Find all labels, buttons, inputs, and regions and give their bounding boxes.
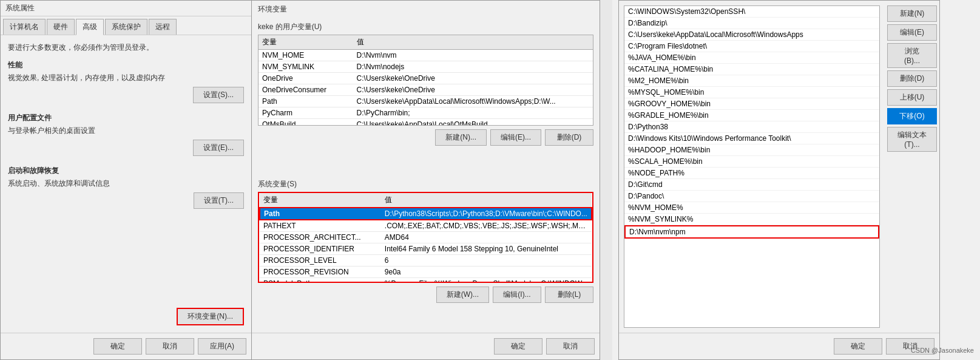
left-ok-button[interactable]: 确定 bbox=[93, 338, 142, 355]
user-vars-row[interactable]: PathC:\Users\keke\AppData\Local\Microsof… bbox=[259, 96, 593, 107]
path-list-item[interactable]: %NODE_PATH% bbox=[624, 168, 879, 179]
path-list-item[interactable]: %CATALINA_HOME%\bin bbox=[624, 64, 879, 75]
user-var-value: D:\PyCharm\bin; bbox=[353, 107, 593, 119]
sys-vars-table: 变量 值 PathD:\Python38\Scripts\;D:\Python3… bbox=[259, 193, 592, 283]
tab-hardware[interactable]: 硬件 bbox=[47, 19, 75, 35]
path-list-item[interactable]: D:\Nvm\nvm\npm bbox=[624, 225, 879, 239]
right-ok-button[interactable]: 确定 bbox=[834, 338, 882, 355]
sys-vars-col-var: 变量 bbox=[260, 193, 381, 208]
path-list-item[interactable]: %SCALA_HOME%\bin bbox=[624, 156, 879, 168]
path-list-item[interactable]: C:\WINDOWS\System32\OpenSSH\ bbox=[624, 6, 879, 18]
mid-cancel-button[interactable]: 取消 bbox=[546, 338, 595, 355]
path-list-item[interactable]: %M2_HOME%\bin bbox=[624, 75, 879, 87]
user-var-value: C:\Users\keke\AppData\Local\QtMsBuild bbox=[353, 119, 593, 126]
user-vars-table-container[interactable]: 变量 值 NVM_HOMED:\Nvm\nvmNVM_SYMLINKD:\Nvm… bbox=[258, 35, 593, 126]
path-list: C:\WINDOWS\System32\OpenSSH\D:\Bandizip\… bbox=[624, 6, 879, 239]
user-vars-row[interactable]: NVM_SYMLINKD:\Nvm\nodejs bbox=[259, 61, 593, 73]
user-var-value: C:\Users\keke\OneDrive bbox=[353, 73, 593, 84]
user-vars-title: keke 的用户变量(U) bbox=[258, 22, 593, 32]
performance-settings-button[interactable]: 设置(S)... bbox=[193, 87, 244, 103]
user-vars-row[interactable]: OneDriveConsumerC:\Users\keke\OneDrive bbox=[259, 84, 593, 96]
path-editor-button-n[interactable]: 新建(N) bbox=[887, 5, 937, 22]
sys-vars-row[interactable]: PROCESSOR_LEVEL6 bbox=[260, 255, 592, 267]
path-editor-button-e[interactable]: 编辑(E) bbox=[887, 24, 937, 41]
path-list-item[interactable]: %NVM_SYMLINK% bbox=[624, 214, 879, 225]
right-panel-footer: 确定 取消 bbox=[619, 333, 939, 359]
mid-panel-footer: 确定 取消 bbox=[252, 333, 600, 359]
path-list-item[interactable]: %JAVA_HOME%\bin bbox=[624, 52, 879, 64]
sys-vars-row[interactable]: PROCESSOR_IDENTIFIERIntel64 Family 6 Mod… bbox=[260, 243, 592, 255]
admin-note: 要进行大多数更改，你必须作为管理员登录。 bbox=[8, 42, 244, 53]
sys-vars-row[interactable]: PROCESSOR_REVISION9e0a bbox=[260, 267, 592, 278]
left-panel-footer: 确定 取消 应用(A) bbox=[1, 333, 251, 359]
path-list-item[interactable]: %HADOOP_HOME%\bin bbox=[624, 144, 879, 156]
startup-recovery-desc: 系统启动、系统故障和调试信息 bbox=[8, 178, 244, 189]
path-editor-button-t[interactable]: 编辑文本(T)... bbox=[887, 127, 937, 152]
user-vars-row[interactable]: PyCharmD:\PyCharm\bin; bbox=[259, 107, 593, 119]
sys-var-value: D:\Python38\Scripts\;D:\Python38;D:\VMwa… bbox=[381, 208, 592, 220]
user-vars-delete-button[interactable]: 删除(D) bbox=[545, 129, 593, 146]
startup-recovery-section: 启动和故障恢复 系统启动、系统故障和调试信息 设置(T)... bbox=[8, 166, 244, 209]
user-vars-row[interactable]: QtMsBuildC:\Users\keke\AppData\Local\QtM… bbox=[259, 119, 593, 126]
path-editor-button-d[interactable]: 删除(D) bbox=[887, 70, 937, 87]
sys-vars-row[interactable]: PATHEXT.COM;.EXE;.BAT;.CMD;.VBS;.VBE;.JS… bbox=[260, 220, 592, 232]
user-profile-title: 用户配置文件 bbox=[8, 113, 244, 123]
sys-vars-row[interactable]: PROCESSOR_ARCHITECT...AMD64 bbox=[260, 232, 592, 243]
performance-desc: 视觉效果, 处理器计划，内存使用，以及虚拟内存 bbox=[8, 73, 244, 83]
path-editor-button-b[interactable]: 浏览(B)... bbox=[887, 43, 937, 68]
user-var-name: NVM_HOME bbox=[259, 50, 353, 61]
user-vars-edit-button[interactable]: 编辑(E)... bbox=[490, 129, 541, 146]
path-list-item[interactable]: D:\Git\cmd bbox=[624, 179, 879, 191]
sys-var-value: 6 bbox=[381, 255, 592, 267]
system-properties-panel: 系统属性 计算机名 硬件 高级 系统保护 远程 要进行大多数更改，你必须作为管理… bbox=[0, 0, 252, 360]
user-var-name: OneDrive bbox=[259, 73, 353, 84]
user-var-name: PyCharm bbox=[259, 107, 353, 119]
sys-vars-row[interactable]: PSModulePath%ProgramFiles%\WindowsPowerS… bbox=[260, 278, 592, 284]
path-list-item[interactable]: C:\Users\keke\AppData\Local\Microsoft\Wi… bbox=[624, 29, 879, 41]
path-list-item[interactable]: %NVM_HOME% bbox=[624, 202, 879, 214]
path-editor-button-u[interactable]: 上移(U) bbox=[887, 89, 937, 106]
sys-var-name: PATHEXT bbox=[260, 220, 381, 232]
path-list-item[interactable]: D:\Python38 bbox=[624, 121, 879, 133]
startup-recovery-settings-button[interactable]: 设置(T)... bbox=[194, 192, 244, 209]
sys-vars-edit-button[interactable]: 编辑(I)... bbox=[493, 287, 541, 303]
sys-var-name: Path bbox=[260, 208, 381, 220]
sys-var-value: %ProgramFiles%\WindowsPowerShell\Modules… bbox=[381, 278, 592, 284]
user-vars-new-button[interactable]: 新建(N)... bbox=[435, 129, 487, 146]
left-cancel-button[interactable]: 取消 bbox=[146, 338, 194, 355]
user-vars-row[interactable]: NVM_HOMED:\Nvm\nvm bbox=[259, 50, 593, 61]
sys-var-value: .COM;.EXE;.BAT;.CMD;.VBS;.VBE;.JS;.JSE;.… bbox=[381, 220, 592, 232]
left-apply-button[interactable]: 应用(A) bbox=[198, 338, 246, 355]
path-list-item[interactable]: D:\Bandizip\ bbox=[624, 18, 879, 29]
mid-ok-button[interactable]: 确定 bbox=[494, 338, 542, 355]
sys-var-name: PROCESSOR_IDENTIFIER bbox=[260, 243, 381, 255]
path-list-item[interactable]: %GRADLE_HOME%\bin bbox=[624, 110, 879, 121]
tab-remote[interactable]: 远程 bbox=[149, 19, 177, 35]
left-panel-content: 要进行大多数更改，你必须作为管理员登录。 性能 视觉效果, 处理器计划，内存使用… bbox=[1, 35, 251, 333]
env-vars-button[interactable]: 环境变量(N)... bbox=[177, 308, 244, 325]
path-list-item[interactable]: D:\Pandoc\ bbox=[624, 191, 879, 202]
tab-advanced[interactable]: 高级 bbox=[76, 19, 104, 35]
env-vars-title: 环境变量 bbox=[252, 1, 600, 18]
path-list-container[interactable]: C:\WINDOWS\System32\OpenSSH\D:\Bandizip\… bbox=[624, 5, 880, 328]
path-list-item[interactable]: C:\Program Files\dotnet\ bbox=[624, 41, 879, 52]
path-list-item[interactable]: %MYSQL_HOME%\bin bbox=[624, 87, 879, 98]
path-list-item[interactable]: D:\Windows Kits\10\Windows Performance T… bbox=[624, 133, 879, 144]
startup-recovery-title: 启动和故障恢复 bbox=[8, 166, 244, 176]
user-profile-desc: 与登录帐户相关的桌面设置 bbox=[8, 126, 244, 136]
sys-vars-new-button[interactable]: 新建(W)... bbox=[436, 287, 489, 303]
path-editor-button-o[interactable]: 下移(O) bbox=[887, 108, 937, 124]
tab-system-protection[interactable]: 系统保护 bbox=[105, 19, 147, 35]
sys-vars-section: 系统变量(S) 变量 值 PathD:\Python38\Scripts\;D:… bbox=[252, 175, 600, 333]
sys-vars-table-container[interactable]: 变量 值 PathD:\Python38\Scripts\;D:\Python3… bbox=[258, 192, 593, 283]
sys-vars-btn-row: 新建(W)... 编辑(I)... 删除(L) bbox=[258, 287, 593, 303]
user-profile-settings-button[interactable]: 设置(E)... bbox=[193, 140, 244, 156]
path-editor-panel: C:\WINDOWS\System32\OpenSSH\D:\Bandizip\… bbox=[618, 0, 940, 360]
user-vars-row[interactable]: OneDriveC:\Users\keke\OneDrive bbox=[259, 73, 593, 84]
sys-vars-row[interactable]: PathD:\Python38\Scripts\;D:\Python38;D:\… bbox=[260, 208, 592, 220]
sys-vars-delete-button[interactable]: 删除(L) bbox=[545, 287, 593, 303]
user-vars-col-var: 变量 bbox=[259, 35, 353, 50]
tab-computer-name[interactable]: 计算机名 bbox=[3, 19, 46, 35]
sys-var-name: PSModulePath bbox=[260, 278, 381, 284]
path-list-item[interactable]: %GROOVY_HOME%\bin bbox=[624, 98, 879, 110]
